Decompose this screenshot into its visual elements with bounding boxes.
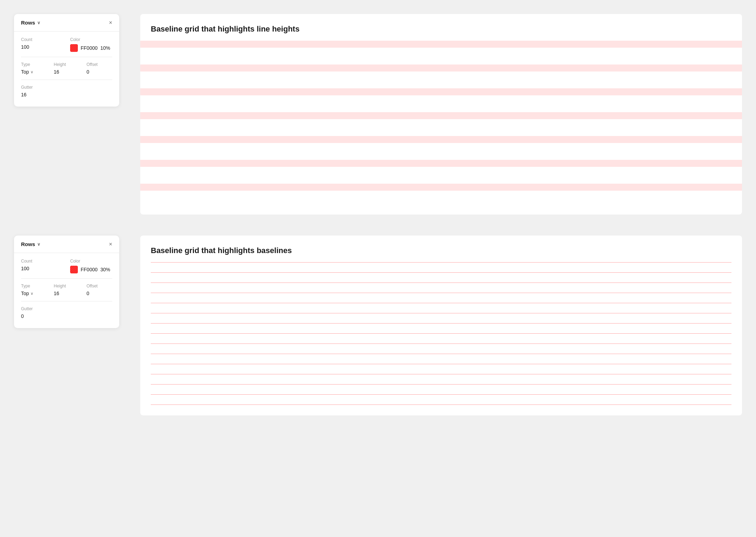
count-label-1: Count <box>21 37 63 42</box>
grid-viz-2: Baseline grid that highlights baselines <box>140 236 742 415</box>
grid-stripe-empty <box>140 148 742 155</box>
baseline-line <box>151 344 731 344</box>
count-group-1: Count 100 <box>21 37 63 52</box>
baseline-line <box>151 333 731 334</box>
baseline-line <box>151 313 731 313</box>
type-chevron-icon-1: ∨ <box>31 70 33 74</box>
gutter-label-2: Gutter <box>21 306 112 311</box>
color-group-1: Color FF0000 10% <box>70 37 112 52</box>
grid-stripe-filled <box>140 112 742 119</box>
type-value-text-2: Top <box>21 291 29 296</box>
panel-body-2: Count 100 Color FF0000 30% <box>14 253 119 328</box>
height-group-2: Height 16 <box>54 284 79 296</box>
color-hex-2[interactable]: FF0000 <box>81 267 97 272</box>
panel-header-1: Rows ∨ × <box>14 14 119 32</box>
panel-header-2: Rows ∨ × <box>14 236 119 253</box>
grid-stripe-empty <box>140 100 742 107</box>
grid-stripe-empty <box>140 196 742 203</box>
offset-group-1: Offset 0 <box>87 62 112 75</box>
count-color-row-1: Count 100 Color FF0000 10% <box>21 37 112 52</box>
section-row-2: Rows ∨ × Count 100 Color <box>14 236 742 415</box>
gutter-label-1: Gutter <box>21 85 112 90</box>
divider-1 <box>21 57 112 57</box>
divider-3 <box>21 278 112 279</box>
gutter-value-1[interactable]: 16 <box>21 92 112 97</box>
panel-chevron-icon-1[interactable]: ∨ <box>37 20 40 25</box>
panel-close-button-1[interactable]: × <box>109 20 112 26</box>
type-dropdown-1[interactable]: Top ∨ <box>21 69 47 75</box>
grid-stripe-filled <box>140 160 742 167</box>
panel-card-1: Rows ∨ × Count 100 Color <box>14 14 119 107</box>
gutter-group-1: Gutter 16 <box>21 85 112 97</box>
offset-label-1: Offset <box>87 62 112 67</box>
color-opacity-2[interactable]: 30% <box>100 267 110 272</box>
height-group-1: Height 16 <box>54 62 79 75</box>
gutter-value-2[interactable]: 0 <box>21 313 112 319</box>
height-label-2: Height <box>54 284 79 288</box>
panel-chevron-icon-2[interactable]: ∨ <box>37 242 40 247</box>
grid-stripe-filled <box>140 184 742 191</box>
color-row-1: FF0000 10% <box>70 44 112 52</box>
grid-title-2: Baseline grid that highlights baselines <box>140 236 742 262</box>
gutter-row-2: Gutter 0 <box>21 306 112 319</box>
offset-group-2: Offset 0 <box>87 284 112 296</box>
gutter-group-2: Gutter 0 <box>21 306 112 319</box>
offset-value-1[interactable]: 0 <box>87 69 112 75</box>
baseline-line <box>151 283 731 283</box>
color-group-2: Color FF0000 30% <box>70 259 112 273</box>
main-layout: Rows ∨ × Count 100 Color <box>14 14 742 415</box>
grid-title-1: Baseline grid that highlights line heigh… <box>140 14 742 41</box>
offset-value-2[interactable]: 0 <box>87 291 112 296</box>
grid-stripe-filled <box>140 41 742 48</box>
baseline-line <box>151 262 731 263</box>
gutter-row-1: Gutter 16 <box>21 85 112 97</box>
grid-lines-container-1 <box>140 41 742 215</box>
type-group-2: Type Top ∨ <box>21 284 47 296</box>
color-hex-1[interactable]: FF0000 <box>81 45 97 51</box>
baseline-line <box>151 354 731 354</box>
panel-close-button-2[interactable]: × <box>109 242 112 247</box>
baseline-line <box>151 394 731 395</box>
type-value-text-1: Top <box>21 69 29 75</box>
divider-4 <box>21 301 112 301</box>
grid-stripe-empty <box>140 172 742 179</box>
color-swatch-1[interactable] <box>70 44 78 52</box>
baseline-line <box>151 405 731 405</box>
color-opacity-1[interactable]: 10% <box>100 45 110 51</box>
panel-title-1: Rows <box>21 20 35 26</box>
type-dropdown-2[interactable]: Top ∨ <box>21 291 47 296</box>
type-chevron-icon-2: ∨ <box>31 291 33 296</box>
panel-header-left-2: Rows ∨ <box>21 241 40 247</box>
type-group-1: Type Top ∨ <box>21 62 47 75</box>
section-row-1: Rows ∨ × Count 100 Color <box>14 14 742 215</box>
color-row-2: FF0000 30% <box>70 266 112 273</box>
count-label-2: Count <box>21 259 63 264</box>
baseline-line <box>151 323 731 324</box>
panel-body-1: Count 100 Color FF0000 10% <box>14 32 119 107</box>
panel-card-2: Rows ∨ × Count 100 Color <box>14 236 119 328</box>
baseline-line <box>151 293 731 293</box>
type-height-offset-row-1: Type Top ∨ Height 16 Offset 0 <box>21 62 112 75</box>
panel-title-2: Rows <box>21 241 35 247</box>
grid-stripe-filled <box>140 88 742 95</box>
panel-header-left-1: Rows ∨ <box>21 20 40 26</box>
type-label-1: Type <box>21 62 47 67</box>
baseline-line <box>151 364 731 364</box>
height-value-2[interactable]: 16 <box>54 291 79 296</box>
grid-stripe-empty <box>140 53 742 60</box>
count-value-1[interactable]: 100 <box>21 44 63 50</box>
count-value-2[interactable]: 100 <box>21 266 63 271</box>
divider-2 <box>21 80 112 80</box>
grid-stripe-filled <box>140 64 742 72</box>
type-label-2: Type <box>21 284 47 288</box>
count-group-2: Count 100 <box>21 259 63 273</box>
grid-stripe-empty <box>140 124 742 131</box>
height-value-1[interactable]: 16 <box>54 69 79 75</box>
count-color-row-2: Count 100 Color FF0000 30% <box>21 259 112 273</box>
height-label-1: Height <box>54 62 79 67</box>
color-label-2: Color <box>70 259 112 264</box>
color-swatch-2[interactable] <box>70 266 78 273</box>
baseline-lines-container <box>140 262 742 415</box>
grid-viz-1: Baseline grid that highlights line heigh… <box>140 14 742 215</box>
type-height-offset-row-2: Type Top ∨ Height 16 Offset 0 <box>21 284 112 296</box>
